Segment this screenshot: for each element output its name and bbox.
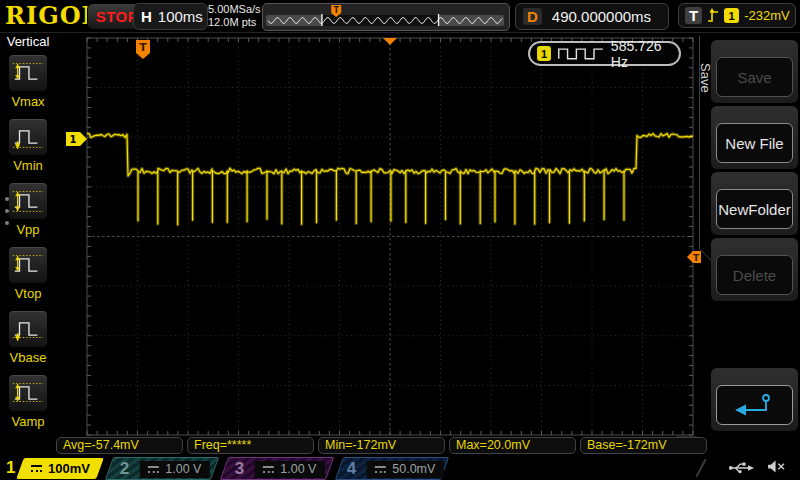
menu-item-vpp[interactable]: Vpp (8, 182, 48, 237)
square-wave-icon (557, 46, 605, 61)
top-status-bar: RIGOL STOP H 100ms 5.00MSa/s 12.0M pts T… (0, 0, 800, 33)
menu-item-label: Vtop (15, 286, 42, 301)
rigol-logo: RIGOL (5, 1, 99, 30)
sample-rate: 5.00MSa/s (208, 3, 261, 16)
svg-text:1: 1 (70, 134, 77, 145)
menu-item-vtop[interactable]: Vtop (8, 246, 48, 301)
delay-label: D (523, 8, 542, 25)
channel-number: 1 (6, 458, 15, 478)
menu-item-label: Vpp (16, 222, 39, 237)
svg-text:T: T (693, 253, 700, 263)
channel-4-indicator[interactable]: 4 50.0mV (339, 457, 445, 480)
vpp-icon (11, 187, 45, 216)
menu-scroll-indicator (5, 197, 9, 225)
memory-waveform-thumbnail: T (263, 4, 507, 28)
channel-number: 3 (236, 458, 245, 478)
menu-item-vmax[interactable]: Vmax (8, 54, 48, 109)
return-arrow-icon (733, 392, 777, 418)
speaker-muted-icon (767, 459, 786, 474)
menu-item-label: Vbase (10, 350, 47, 365)
vertical-measure-menu: Vertical Vmax Vmin Vpp Vtop Vbase Vamp (0, 34, 56, 438)
vmin-icon (11, 123, 45, 152)
trigger-readout: T 1 -232mV (678, 3, 796, 28)
timebase-value: 100ms (158, 8, 203, 25)
acquisition-readout: 5.00MSa/s 12.0M pts (208, 3, 261, 29)
channel-scale: 1.00 V (281, 461, 317, 475)
trigger-level-value: -232mV (744, 8, 790, 23)
oscilloscope-screen: 1TT RIGOL STOP H 100ms 5.00MSa/s 12.0M p… (0, 0, 800, 480)
dc-coupling-icon (149, 465, 160, 472)
vtop-icon (11, 251, 45, 280)
counter-source-badge: 1 (537, 46, 551, 61)
svg-text:T: T (139, 41, 147, 54)
vamp-icon (11, 379, 45, 408)
horizontal-label: H (141, 8, 152, 25)
measure-max: Max=20.0mV (449, 437, 576, 454)
vbase-icon (11, 315, 45, 344)
back-button[interactable] (716, 385, 793, 425)
measure-freq: Freq=***** (187, 437, 314, 454)
channel-scale: 1.00 V (166, 461, 202, 475)
menu-item-vmin[interactable]: Vmin (8, 118, 48, 173)
menu-item-label: Vamp (12, 414, 45, 429)
memory-depth: 12.0M pts (208, 16, 261, 29)
channel-number: 4 (347, 458, 356, 478)
memory-position-bar: T (262, 3, 510, 31)
channel-1-indicator[interactable]: 1 100mV (0, 458, 100, 479)
trigger-label: T (685, 7, 702, 24)
new-file-button[interactable]: New File (716, 123, 793, 163)
menu-item-vbase[interactable]: Vbase (8, 310, 48, 365)
delete-button[interactable]: Delete (716, 255, 793, 295)
channel-number: 2 (121, 458, 130, 478)
svg-text:T: T (333, 6, 339, 15)
menu-title: Vertical (7, 34, 50, 49)
menu-item-label: Vmax (11, 94, 44, 109)
delay-readout: D 490.000000ms (515, 3, 669, 30)
channel-scale: 100mV (48, 461, 90, 476)
usb-icon (727, 460, 755, 474)
delay-value: 490.000000ms (552, 8, 651, 25)
measure-min: Min=-172mV (318, 437, 445, 454)
channel-status-bar: 1 100mV 2 1.00 V 3 1.00 V (0, 456, 800, 480)
dc-coupling-icon (376, 465, 387, 472)
channel-2-indicator[interactable]: 2 1.00 V (109, 457, 215, 480)
new-folder-button[interactable]: NewFolder (716, 189, 793, 229)
dc-coupling-icon (31, 465, 42, 472)
vmax-icon (11, 59, 45, 88)
system-status-icons (727, 459, 786, 474)
measurement-results-bar: Avg=-57.4mV Freq=***** Min=-172mV Max=20… (56, 437, 707, 454)
save-menu: Save New File NewFolder Delete (711, 40, 798, 434)
frequency-counter: 1 585.726 Hz (528, 41, 681, 66)
measure-avg: Avg=-57.4mV (56, 437, 183, 454)
timebase-readout: H 100ms (133, 3, 208, 30)
measure-base: Base=-172mV (580, 437, 707, 454)
menu-item-vamp[interactable]: Vamp (8, 374, 48, 429)
rising-edge-icon (707, 7, 719, 24)
menu-item-label: Vmin (13, 158, 43, 173)
channel-scale: 50.0mV (393, 461, 436, 475)
dc-coupling-icon (264, 465, 275, 472)
delay-position-marker (383, 38, 397, 45)
waveform-display: 1TT (0, 0, 800, 480)
trigger-source-badge: 1 (724, 8, 739, 23)
save-button[interactable]: Save (716, 57, 793, 97)
counter-value: 585.726 Hz (611, 38, 679, 70)
channel-3-indicator[interactable]: 3 1.00 V (224, 457, 330, 480)
